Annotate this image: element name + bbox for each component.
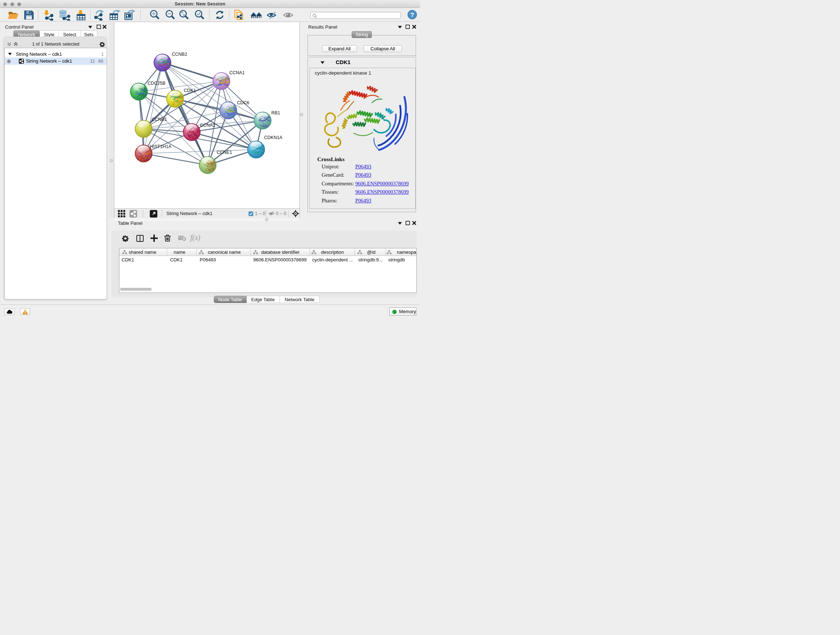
svg-text:CCNA1: CCNA1: [229, 70, 245, 75]
svg-text:?: ?: [410, 11, 414, 19]
svg-text:RB1: RB1: [271, 111, 280, 116]
svg-text:CDK1: CDK1: [184, 88, 196, 93]
svg-text:CCNB1: CCNB1: [152, 117, 167, 122]
svg-text:CCNA2: CCNA2: [200, 123, 215, 128]
svg-text:CDKN1A: CDKN1A: [264, 135, 283, 140]
svg-text:CCNB2: CCNB2: [172, 52, 187, 57]
svg-text:CDC25B: CDC25B: [148, 81, 165, 86]
svg-text:CDC6: CDC6: [237, 100, 249, 105]
svg-text:CCNE1: CCNE1: [217, 150, 232, 155]
svg-text:HIST1H1A: HIST1H1A: [150, 144, 172, 149]
